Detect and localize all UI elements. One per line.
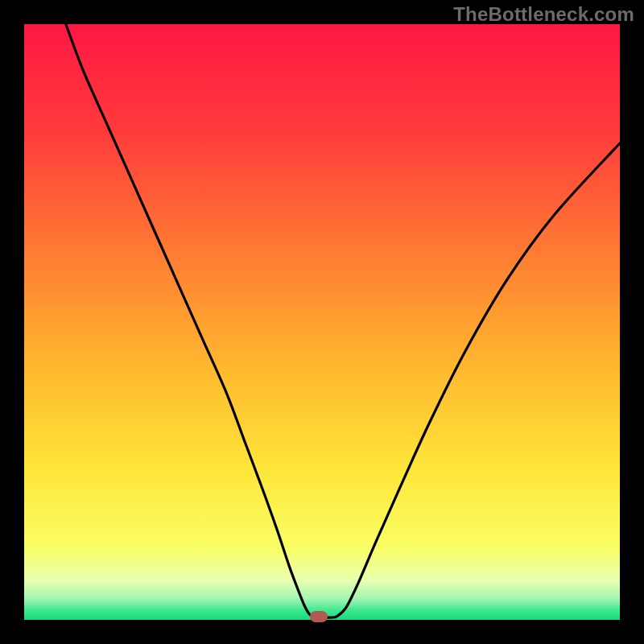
chart-frame: TheBottleneck.com [0, 0, 644, 644]
plot-area [24, 24, 620, 620]
watermark-label: TheBottleneck.com [453, 3, 634, 26]
bottleneck-curve [24, 24, 620, 620]
optimum-marker [310, 611, 328, 622]
